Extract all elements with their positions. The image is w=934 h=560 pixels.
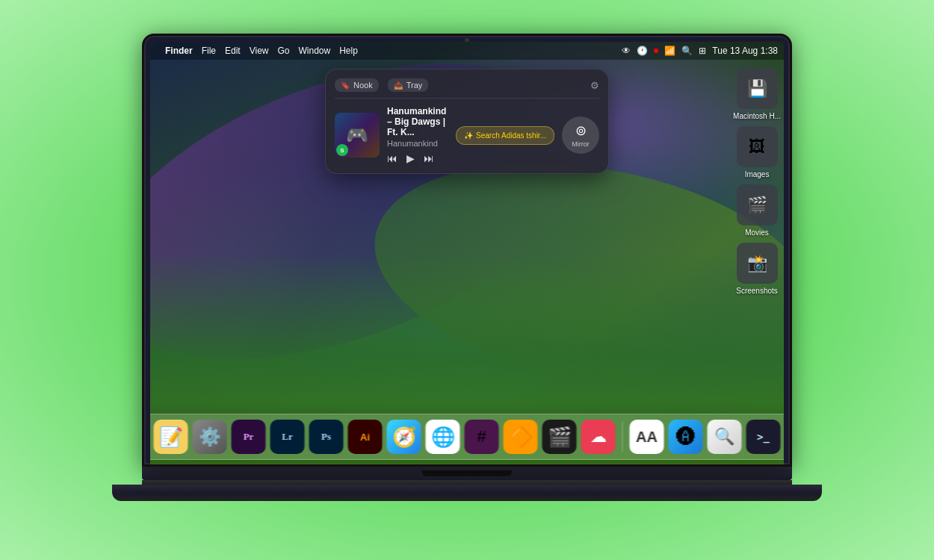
illustrator-ai-text: Ai [360, 432, 370, 443]
dock-photoshop[interactable]: Ps [309, 420, 344, 454]
track-info: Hanumankind – Big Dawgs | Ft. K... Hanum… [387, 106, 448, 164]
sidebar-icon-movies[interactable]: 🎬 Movies [733, 184, 781, 237]
dock-notes[interactable]: 📝 [154, 420, 188, 454]
next-button[interactable]: ⏭ [424, 152, 434, 164]
laptop-base-wrap [142, 467, 792, 501]
dock-separator [622, 422, 623, 452]
dock-preview[interactable]: 🔍 [708, 420, 742, 454]
album-emoji: 🎮 [346, 125, 368, 146]
view-menu[interactable]: View [250, 46, 269, 56]
widget-tabs: 🔖 Nook 📥 Tray ⚙ [335, 78, 599, 99]
wifi-icon[interactable]: 📶 [664, 46, 675, 56]
images-label: Images [745, 170, 770, 178]
search-suggest-label: Search Adidas tshir... [476, 131, 546, 140]
screenshots-icon: 📸 [737, 243, 778, 284]
search-suggest-button[interactable]: ✨ Search Adidas tshir... [456, 126, 554, 145]
sidebar-icon-macintosh[interactable]: 💾 Macintosh H... [733, 68, 781, 120]
images-icon: 🖼 [737, 126, 778, 167]
sidebar-icon-screenshots[interactable]: 📸 Screenshots [733, 243, 781, 295]
help-menu[interactable]: Help [339, 46, 358, 56]
search-icon[interactable]: 🔍 [681, 46, 693, 56]
dock-final-cut[interactable]: 🎬 [542, 420, 577, 454]
dock-chrome[interactable]: 🌐 [426, 420, 460, 454]
menu-bar-left: Finder File Edit View Go Window Help [156, 46, 358, 56]
notification-widget: 🔖 Nook 📥 Tray ⚙ 🎮 S [325, 69, 609, 174]
dock-system-settings[interactable]: ⚙️ [193, 420, 227, 454]
sidebar-icon-images[interactable]: 🖼 Images [733, 126, 781, 178]
menu-bar: Finder File Edit View Go Window Help 👁 🕐… [150, 42, 784, 60]
prev-button[interactable]: ⏮ [387, 152, 398, 164]
screen-bezel: Finder File Edit View Go Window Help 👁 🕐… [142, 34, 792, 467]
mirror-icon: ⊚ [575, 122, 587, 139]
dock-premiere[interactable]: Pr [232, 420, 266, 454]
edit-menu[interactable]: Edit [225, 46, 241, 56]
battery-red-dot [654, 49, 658, 53]
macintosh-hd-label: Macintosh H... [733, 112, 781, 120]
laptop-base [112, 485, 822, 501]
tray-icon: 📥 [394, 81, 403, 90]
sidebar-icons: 💾 Macintosh H... 🖼 Images 🎬 Movies 📸 Scr… [733, 68, 781, 295]
menu-bar-right: 👁 🕐 📶 🔍 ⊞ Tue 13 Aug 1:38 [622, 46, 778, 56]
datetime: Tue 13 Aug 1:38 [712, 46, 778, 56]
widget-settings-button[interactable]: ⚙ [590, 80, 599, 91]
dock-font-book[interactable]: AA [630, 420, 664, 454]
clock-icon: 🕐 [637, 46, 648, 56]
tray-tab[interactable]: 📥 Tray [388, 78, 429, 92]
tray-label: Tray [406, 81, 423, 90]
dock-illustrator[interactable]: Ai [348, 420, 383, 454]
eyeglass-icon[interactable]: 👁 [622, 46, 631, 56]
track-artist: Hanumankind [387, 139, 448, 148]
go-menu[interactable]: Go [278, 46, 290, 56]
finder-menu[interactable]: Finder [165, 46, 193, 56]
control-center-icon[interactable]: ⊞ [699, 46, 706, 56]
play-button[interactable]: ▶ [406, 152, 415, 164]
window-menu[interactable]: Window [299, 46, 331, 56]
sparkle-icon: ✨ [464, 131, 473, 140]
widget-content: 🎮 S Hanumankind – Big Dawgs | Ft. K... H… [335, 106, 599, 164]
track-controls: ⏮ ▶ ⏭ [387, 152, 448, 164]
dock-app-store[interactable]: 🅐 [669, 420, 703, 454]
dock: 🔵 [150, 414, 784, 460]
dock-safari[interactable]: 🧭 [387, 420, 421, 454]
dock-lightroom[interactable]: Lr [270, 420, 305, 454]
screen: Finder File Edit View Go Window Help 👁 🕐… [150, 42, 784, 464]
track-title: Hanumankind – Big Dawgs | Ft. K... [387, 106, 448, 137]
laptop-chin [142, 467, 792, 480]
nook-label: Nook [353, 81, 373, 90]
spotify-logo: S [336, 144, 348, 156]
dock-vlc[interactable]: 🔶 [504, 420, 538, 454]
file-menu[interactable]: File [202, 46, 216, 56]
macintosh-hd-icon: 💾 [737, 68, 778, 109]
laptop: Finder File Edit View Go Window Help 👁 🕐… [142, 34, 792, 526]
screenshots-label: Screenshots [736, 287, 778, 295]
movies-label: Movies [745, 228, 769, 237]
mirror-label: Mirror [572, 140, 590, 148]
dock-slack[interactable]: # [465, 420, 499, 454]
movies-icon: 🎬 [737, 184, 778, 225]
nook-icon: 🔖 [341, 81, 350, 90]
laptop-notch-bottom [422, 470, 512, 476]
album-art: 🎮 S [335, 113, 380, 158]
dock-warp[interactable]: >_ [746, 420, 781, 454]
mirror-button[interactable]: ⊚ Mirror [562, 116, 599, 154]
nook-tab[interactable]: 🔖 Nook [335, 78, 379, 92]
dock-creative-cloud[interactable]: ☁ [581, 420, 616, 454]
